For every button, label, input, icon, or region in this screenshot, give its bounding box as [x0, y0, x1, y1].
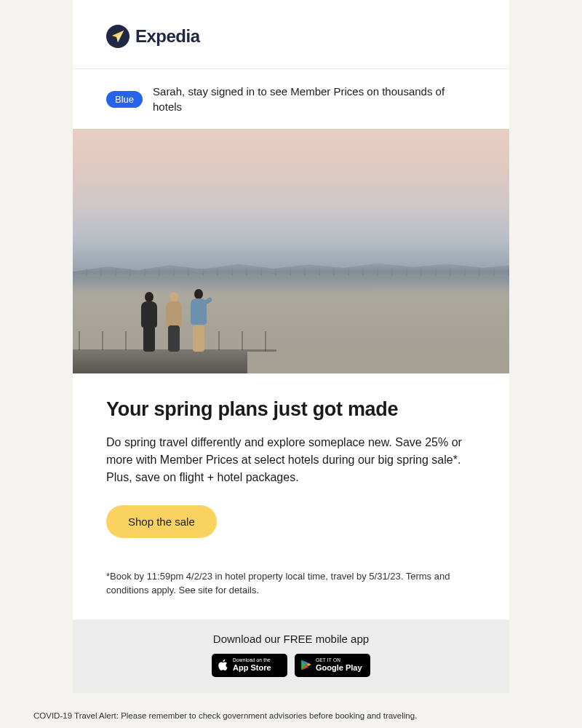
hero-image: [73, 129, 509, 373]
google-play-icon: [300, 659, 312, 671]
app-download-title: Download our FREE mobile app: [106, 633, 476, 645]
apple-icon: [217, 659, 229, 671]
body-copy: Do spring travel differently and explore…: [106, 434, 476, 486]
google-play-button[interactable]: GET IT ON Google Play: [295, 654, 370, 677]
covid-alert: COVID-19 Travel Alert: Please remember t…: [33, 711, 549, 722]
google-bottom-text: Google Play: [316, 664, 362, 672]
apple-top-text: Download on the: [233, 658, 271, 663]
plane-icon: [106, 25, 129, 48]
app-download-section: Download our FREE mobile app Download on…: [73, 620, 509, 693]
header: Expedia: [73, 0, 509, 69]
brand-logo[interactable]: Expedia: [106, 25, 476, 48]
store-buttons: Download on the App Store GET IT ON Goog…: [106, 654, 476, 677]
shop-sale-button[interactable]: Shop the sale: [106, 505, 217, 538]
apple-bottom-text: App Store: [233, 664, 271, 672]
member-status-bar: Blue Sarah, stay signed in to see Member…: [73, 69, 509, 129]
google-top-text: GET IT ON: [316, 658, 362, 663]
email-container: Expedia Blue Sarah, stay signed in to se…: [73, 0, 509, 693]
brand-name: Expedia: [135, 26, 200, 47]
fine-print: *Book by 11:59pm 4/2/23 in hotel propert…: [106, 570, 476, 598]
footer: COVID-19 Travel Alert: Please remember t…: [0, 693, 582, 728]
main-content: Your spring plans just got made Do sprin…: [73, 373, 509, 620]
member-tier-badge: Blue: [106, 91, 143, 108]
headline: Your spring plans just got made: [106, 398, 476, 421]
app-store-button[interactable]: Download on the App Store: [212, 654, 287, 677]
member-message: Sarah, stay signed in to see Member Pric…: [153, 84, 476, 114]
